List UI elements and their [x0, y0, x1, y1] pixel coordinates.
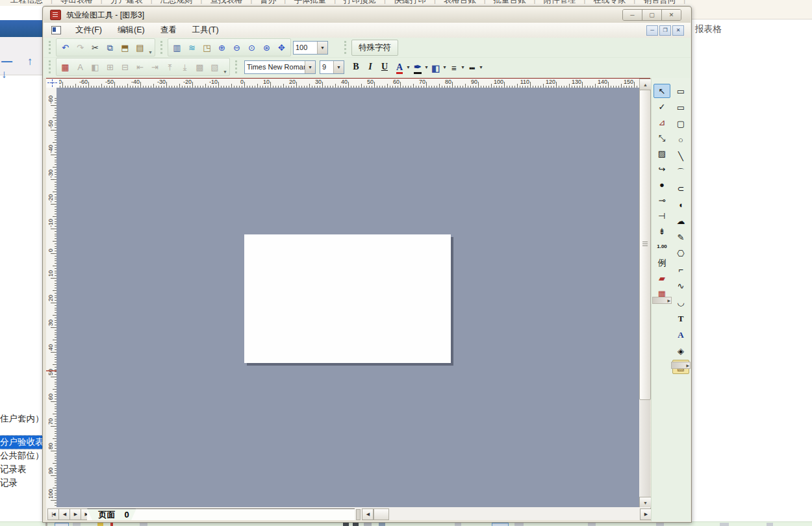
line-style-button-dropdown[interactable]: ▼ — [479, 65, 484, 69]
parent-menu-item[interactable]: 导出表格 — [53, 0, 101, 5]
parent-menu-item[interactable]: 打印预览 — [336, 0, 384, 5]
closed-polyline-tool[interactable]: ⎔ — [672, 246, 689, 260]
node-edit-tool[interactable]: ✓ — [653, 99, 670, 114]
parent-menu-item[interactable]: 销售合同 — [635, 0, 683, 5]
artistic-text-tool[interactable]: A — [672, 327, 689, 342]
region-fill-tool[interactable]: ▰ — [653, 271, 670, 285]
drawing-page[interactable] — [244, 234, 451, 363]
font-underline-icon[interactable]: A — [73, 60, 88, 74]
child-restore-button[interactable]: ❐ — [659, 25, 671, 36]
bold-button[interactable]: B — [349, 60, 363, 74]
scroll-left-button[interactable]: ◀ — [362, 508, 374, 520]
tree-item[interactable]: 记录表 — [0, 463, 42, 476]
zoom-dropdown-arrow[interactable]: ▼ — [317, 42, 327, 54]
toolbar-grip[interactable] — [344, 41, 348, 54]
tree-item[interactable]: 公共部位） — [0, 449, 42, 462]
parent-menu-item[interactable]: 在线专家 — [585, 0, 633, 5]
offset-tool[interactable]: ⇟ — [653, 224, 670, 238]
title-bar[interactable]: 筑业绘图工具 - [图形3] ─▢✕ — [44, 7, 691, 23]
zoom-out-icon[interactable]: ⊖ — [229, 41, 244, 55]
maximize-button[interactable]: ▢ — [642, 10, 662, 20]
first-page-button[interactable]: |◀ — [47, 508, 59, 520]
next-page-button[interactable]: ▶ — [70, 508, 81, 520]
arc-tool[interactable]: ⌒ — [672, 165, 689, 179]
table-format-icon[interactable]: ▩ — [192, 60, 207, 74]
drawing-canvas[interactable] — [57, 88, 639, 507]
vertical-scrollbar[interactable]: ▲ ▼ — [639, 79, 650, 507]
parent-menu-item[interactable]: 工程信息 — [3, 0, 51, 5]
dimension-tool[interactable]: ⊿ — [653, 115, 670, 129]
merge-cells-icon[interactable]: ⊞ — [103, 60, 118, 74]
parent-menu-item[interactable]: 字体批量 — [286, 0, 334, 5]
font-color-button[interactable]: A — [393, 60, 406, 74]
tree-item[interactable]: 住户套内） — [0, 412, 42, 425]
paste-icon[interactable]: ⬒ — [118, 41, 133, 55]
toolbar-grip[interactable] — [49, 41, 53, 54]
insert-above-icon[interactable]: ⤒ — [162, 60, 177, 74]
parent-menu-item[interactable]: 表格台账 — [436, 0, 484, 5]
circle-tool[interactable]: ○ — [672, 132, 689, 147]
font-size-combobox[interactable]: 9 ▼ — [320, 60, 344, 74]
layers-icon[interactable]: ≋ — [184, 41, 199, 55]
line-color-button[interactable]: ✒ — [411, 60, 424, 74]
tree-item[interactable]: 记录 — [0, 477, 42, 490]
parent-menu-item[interactable]: 督办 — [252, 0, 284, 5]
fill-color-button-dropdown[interactable]: ▼ — [442, 65, 448, 69]
cell-fill-icon[interactable]: ◧ — [88, 60, 103, 74]
rotate-view-icon[interactable]: ◳ — [199, 41, 214, 55]
square-tool[interactable]: ▭ — [672, 100, 689, 114]
page-tab[interactable]: 页面 0 — [87, 508, 136, 520]
rotated-text-tool[interactable]: ◈ — [672, 344, 689, 358]
line-tool[interactable]: ╲ — [672, 149, 689, 163]
select-tool[interactable]: ↖ — [653, 84, 670, 98]
cut-icon[interactable]: ✂ — [88, 41, 103, 55]
toolbar-grip[interactable] — [160, 41, 164, 54]
open-polyline-tool[interactable]: ⌐ — [672, 262, 689, 277]
zoom-selection-icon[interactable]: ⊛ — [259, 41, 274, 55]
child-close-button[interactable]: ✕ — [672, 25, 684, 36]
table-properties-icon[interactable]: ▧ — [207, 60, 222, 74]
break-line-tool[interactable]: ⊣ — [653, 208, 670, 223]
close-button[interactable]: ✕ — [662, 10, 681, 20]
redo-icon[interactable]: ↷ — [73, 41, 88, 55]
pen-tool[interactable]: ✎ — [672, 230, 689, 244]
font-size-dropdown-arrow[interactable]: ▼ — [333, 61, 344, 73]
text-tool[interactable]: T — [672, 311, 689, 325]
legend-tool[interactable]: 例 — [653, 255, 670, 269]
line-style-button[interactable]: ┅ — [466, 60, 479, 74]
tree-item-selected[interactable]: 分户验收表 — [0, 436, 42, 449]
parent-menu-item[interactable]: 分户建表 — [103, 0, 151, 5]
prev-page-button[interactable]: ◀ — [58, 508, 70, 520]
zoom-actual-icon[interactable]: ⊙ — [244, 41, 259, 55]
pan-icon[interactable]: ✥ — [274, 41, 289, 55]
menu-item[interactable]: 查看 — [153, 23, 184, 37]
palette-left-scroll[interactable]: ▶ — [652, 297, 672, 304]
underline-button[interactable]: U — [377, 60, 392, 74]
parent-menu-item[interactable]: 汇总规则 — [153, 0, 201, 5]
horizontal-scroll-thumb[interactable] — [374, 508, 389, 520]
parent-menu-item[interactable]: 快捷打印 — [386, 0, 434, 5]
line-width-button[interactable]: ≡ — [448, 60, 461, 74]
rounded-rect-tool[interactable]: ▢ — [672, 116, 689, 131]
measure-tool[interactable]: ⤡ — [653, 131, 670, 145]
rectangle-tool[interactable]: ▭ — [672, 84, 689, 98]
font-color-button-dropdown[interactable]: ▼ — [406, 65, 411, 69]
hook-curve-tool[interactable]: ↪ — [653, 162, 670, 176]
open-curve-tool[interactable]: ⊂ — [672, 181, 689, 195]
font-name-dropdown-arrow[interactable]: ▼ — [305, 61, 315, 73]
point-tool[interactable]: ● — [653, 177, 670, 192]
menu-item[interactable]: 编辑(E) — [110, 23, 153, 37]
squiggle-tool[interactable]: ∿ — [672, 279, 689, 293]
fill-color-button[interactable]: ◧ — [429, 60, 442, 74]
scroll-right-button[interactable]: ▶ — [640, 508, 652, 520]
leader-tool[interactable]: ⊸ — [653, 193, 670, 207]
parent-menu-item[interactable]: 查找表格 — [202, 0, 250, 5]
split-cells-icon[interactable]: ⊟ — [118, 60, 133, 74]
toolbar-grip[interactable] — [49, 60, 53, 73]
child-window-icon[interactable] — [51, 26, 61, 34]
scrollbar-splitter[interactable] — [356, 509, 361, 520]
italic-button[interactable]: I — [363, 60, 377, 74]
closed-curve-tool[interactable]: ◡ — [672, 295, 689, 309]
hatch-tool[interactable]: ▨ — [653, 146, 670, 160]
parent-menu-item[interactable]: 批量台账 — [486, 0, 534, 5]
